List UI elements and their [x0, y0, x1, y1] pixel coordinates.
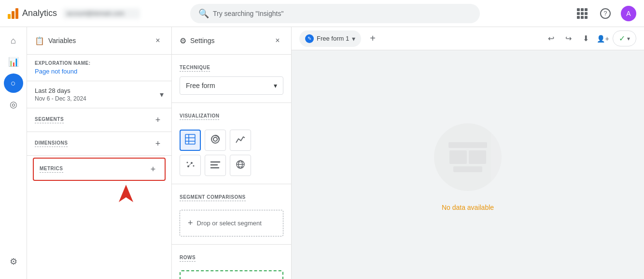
variables-title: 📋 Variables	[35, 36, 76, 45]
line-viz-button[interactable]	[230, 130, 251, 151]
logo[interactable]: Analytics	[8, 8, 57, 19]
content-body: No data available	[292, 50, 644, 279]
svg-line-11	[188, 164, 190, 166]
app-title: Analytics	[22, 8, 57, 18]
apps-grid-button[interactable]	[574, 6, 590, 21]
variables-icon: 📋	[35, 36, 44, 45]
check-dropdown-button[interactable]: ✓ ▾	[613, 30, 636, 46]
technique-label: TECHNIQUE	[180, 65, 210, 72]
drop-segment-label: Drop or select segment	[197, 220, 262, 227]
account-selector[interactable]: account@domain.com	[63, 8, 140, 19]
help-button[interactable]: ?	[598, 6, 613, 21]
metrics-add-button[interactable]: +	[147, 163, 159, 175]
topbar-actions: ? A	[574, 6, 636, 21]
settings-panel-header: ⚙ Settings ×	[172, 27, 291, 55]
red-arrow-icon	[119, 185, 133, 202]
sidebar-item-explore[interactable]: ○	[4, 73, 23, 93]
redo-button[interactable]: ↪	[560, 31, 576, 46]
tab-pencil-icon: ✎	[308, 36, 311, 41]
donut-viz-button[interactable]	[205, 130, 226, 151]
check-icon: ✓	[619, 34, 625, 43]
left-nav: ⌂ 📊 ○ ◎ ⚙	[0, 27, 27, 279]
settings-panel: ⚙ Settings × TECHNIQUE Free form ▾ VISUA…	[172, 27, 292, 279]
technique-value: Free form	[186, 82, 215, 89]
add-tab-button[interactable]: +	[365, 31, 380, 46]
no-data-label: No data available	[442, 204, 494, 211]
placeholder-visualization	[424, 118, 511, 196]
donut-icon	[210, 134, 221, 147]
visualization-section: VISUALIZATION	[172, 103, 291, 184]
settings-gear-icon: ⚙	[180, 36, 186, 45]
svg-point-6	[213, 137, 217, 141]
geo-viz-button[interactable]	[230, 155, 251, 176]
technique-dropdown[interactable]: Free form ▾	[180, 76, 283, 95]
topbar: Analytics account@domain.com 🔍 Try searc…	[0, 0, 644, 27]
technique-chevron-icon: ▾	[274, 82, 277, 89]
sidebar-item-advertising[interactable]: ◎	[4, 95, 23, 114]
sidebar-item-home[interactable]: ⌂	[4, 31, 23, 50]
sidebar-item-settings[interactable]: ⚙	[4, 252, 23, 271]
logo-icon	[8, 8, 18, 19]
search-bar[interactable]: 🔍 Try searching "Insights"	[190, 4, 480, 23]
variables-close-button[interactable]: ×	[152, 35, 164, 46]
exploration-name-label: EXPLORATION NAME:	[35, 60, 164, 66]
placeholder-blocks	[449, 150, 486, 164]
drop-segment-zone[interactable]: + Drop or select segment	[180, 210, 283, 236]
main-layout: ⌂ 📊 ○ ◎ ⚙ 📋 Variables × EXP	[0, 27, 644, 279]
variables-panel-header: 📋 Variables ×	[27, 27, 171, 55]
visualization-grid	[180, 130, 283, 176]
bar-viz-button[interactable]	[205, 155, 226, 176]
scatter-viz-button[interactable]	[180, 155, 201, 176]
check-chevron-icon: ▾	[627, 35, 630, 42]
search-icon: 🔍	[198, 8, 209, 19]
home-icon: ⌂	[11, 36, 16, 46]
bar-icon	[210, 159, 221, 172]
line-chart-icon	[235, 134, 246, 147]
content-toolbar: ↩ ↪ ⬇ 👤+ ✓ ▾	[543, 30, 636, 46]
download-icon: ⬇	[583, 34, 589, 43]
segment-comparisons-label: SEGMENT COMPARISONS	[180, 194, 246, 201]
panels-container: 📋 Variables × EXPLORATION NAME: Page not…	[27, 27, 644, 279]
search-placeholder: Try searching "Insights"	[213, 10, 283, 17]
table-viz-button[interactable]	[180, 130, 201, 151]
rows-section: ROWS + Drop or select dimension	[172, 245, 291, 279]
rows-label: ROWS	[180, 255, 196, 262]
red-arrow-indicator	[27, 183, 171, 202]
date-range-selector[interactable]: Last 28 days Nov 6 - Dec 3, 2024 ▾	[27, 81, 171, 108]
date-range-label: Last 28 days	[35, 87, 86, 94]
tab-chevron-icon[interactable]: ▾	[352, 35, 355, 43]
dimensions-label: DIMENSIONS	[35, 140, 68, 147]
placeholder-block-1	[449, 150, 467, 164]
technique-section: TECHNIQUE Free form ▾	[172, 55, 291, 103]
placeholder-bar-1	[448, 142, 487, 148]
placeholder-block-2	[469, 150, 486, 164]
table-icon	[185, 134, 196, 147]
tab-freeform1[interactable]: ✎ Free form 1 ▾	[299, 30, 361, 47]
svg-point-9	[193, 165, 195, 166]
exploration-name-value[interactable]: Page not found	[35, 68, 164, 75]
download-button[interactable]: ⬇	[578, 31, 593, 46]
settings-icon: ⚙	[10, 256, 17, 267]
tab-label: Free form 1	[317, 35, 349, 42]
dimensions-add-button[interactable]: +	[152, 138, 164, 149]
svg-rect-1	[185, 134, 195, 144]
share-user-icon: 👤+	[597, 35, 609, 43]
avatar[interactable]: A	[621, 6, 636, 21]
help-icon: ?	[600, 8, 611, 19]
settings-close-button[interactable]: ×	[272, 35, 283, 46]
content-area: ✎ Free form 1 ▾ + ↩ ↪ ⬇	[292, 27, 644, 279]
sidebar-item-reports[interactable]: 📊	[4, 52, 23, 72]
segments-section: SEGMENTS +	[27, 108, 171, 132]
placeholder-bars	[448, 142, 487, 172]
undo-button[interactable]: ↩	[543, 31, 559, 46]
segment-comparisons-section: SEGMENT COMPARISONS + Drop or select seg…	[172, 184, 291, 245]
advertising-icon: ◎	[10, 99, 17, 110]
variables-panel: 📋 Variables × EXPLORATION NAME: Page not…	[27, 27, 172, 279]
variables-label: Variables	[48, 37, 76, 44]
svg-point-10	[187, 162, 188, 163]
segments-add-button[interactable]: +	[152, 114, 164, 126]
share-user-button[interactable]: 👤+	[595, 31, 611, 46]
explore-icon: ○	[11, 78, 16, 88]
reports-icon: 📊	[8, 57, 19, 67]
drop-dimension-zone[interactable]: + Drop or select dimension	[180, 270, 283, 279]
